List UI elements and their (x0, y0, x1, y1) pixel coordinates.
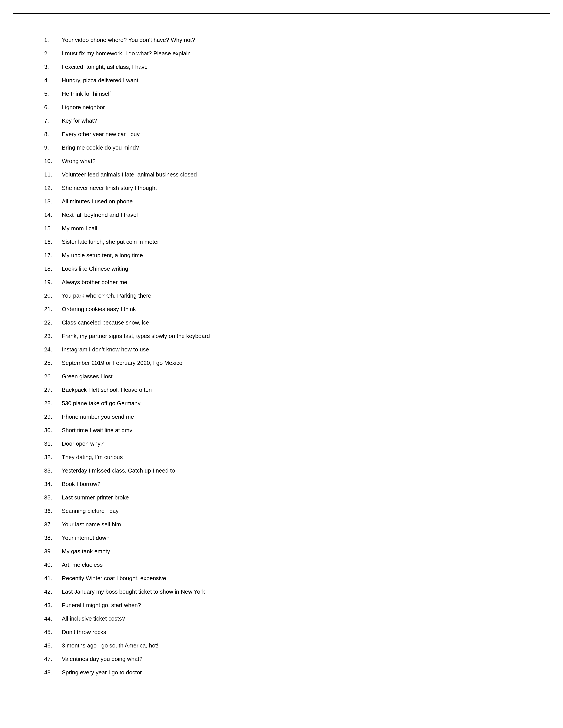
item-text: Bring me cookie do you mind? (62, 143, 537, 152)
item-text: Green glasses I lost (62, 372, 537, 381)
item-number: 16. (44, 238, 62, 246)
item-text: I excited, tonight, asl class, I have (62, 63, 537, 71)
numbered-list: 1.Your video phone where? You don’t have… (44, 36, 537, 677)
item-text: Volunteer feed animals I late, animal bu… (62, 170, 537, 179)
list-item: 3.I excited, tonight, asl class, I have (44, 63, 537, 71)
item-text: My mom I call (62, 224, 537, 233)
item-number: 10. (44, 157, 62, 165)
item-text: Valentines day you doing what? (62, 655, 537, 663)
item-text: Funeral I might go, start when? (62, 601, 537, 610)
item-number: 28. (44, 399, 62, 408)
list-item: 13.All minutes I used on phone (44, 197, 537, 206)
item-text: You park where? Oh. Parking there (62, 291, 537, 300)
list-item: 4.Hungry, pizza delivered I want (44, 76, 537, 85)
list-item: 15.My mom I call (44, 224, 537, 233)
item-number: 1. (44, 36, 62, 44)
item-text: Looks like Chinese writing (62, 265, 537, 273)
item-text: Next fall boyfriend and I travel (62, 211, 537, 219)
list-item: 40.Art, me clueless (44, 561, 537, 569)
list-item: 32.They dating, I’m curious (44, 453, 537, 462)
item-number: 19. (44, 278, 62, 287)
item-number: 35. (44, 493, 62, 502)
item-number: 32. (44, 453, 62, 462)
item-text: Spring every year I go to doctor (62, 668, 537, 677)
item-number: 13. (44, 197, 62, 206)
item-number: 7. (44, 116, 62, 125)
item-text: Class canceled because snow, ice (62, 318, 537, 327)
list-item: 33.Yesterday I missed class. Catch up I … (44, 466, 537, 475)
list-item: 18.Looks like Chinese writing (44, 265, 537, 273)
list-item: 14.Next fall boyfriend and I travel (44, 211, 537, 219)
list-item: 25.September 2019 or February 2020, I go… (44, 359, 537, 367)
list-item: 41.Recently Winter coat I bought, expens… (44, 574, 537, 583)
item-number: 5. (44, 90, 62, 98)
item-text: My gas tank empty (62, 547, 537, 556)
item-text: All minutes I used on phone (62, 197, 537, 206)
item-number: 47. (44, 655, 62, 663)
page-container: 1.Your video phone where? You don’t have… (0, 0, 563, 728)
item-text: Yesterday I missed class. Catch up I nee… (62, 466, 537, 475)
list-item: 36.Scanning picture I pay (44, 507, 537, 515)
list-item: 22.Class canceled because snow, ice (44, 318, 537, 327)
list-item: 37.Your last name sell him (44, 520, 537, 529)
list-item: 2.I must fix my homework. I do what? Ple… (44, 49, 537, 58)
item-text: I must fix my homework. I do what? Pleas… (62, 49, 537, 58)
item-number: 14. (44, 211, 62, 219)
list-item: 39.My gas tank empty (44, 547, 537, 556)
list-item: 5.He think for himself (44, 90, 537, 98)
list-item: 21.Ordering cookies easy I think (44, 305, 537, 313)
item-number: 42. (44, 587, 62, 596)
item-text: Every other year new car I buy (62, 130, 537, 139)
list-item: 7.Key for what? (44, 116, 537, 125)
item-number: 48. (44, 668, 62, 677)
item-text: September 2019 or February 2020, I go Me… (62, 359, 537, 367)
item-number: 34. (44, 480, 62, 488)
item-number: 45. (44, 628, 62, 636)
list-item: 9.Bring me cookie do you mind? (44, 143, 537, 152)
item-number: 26. (44, 372, 62, 381)
item-text: He think for himself (62, 90, 537, 98)
list-item: 1.Your video phone where? You don’t have… (44, 36, 537, 44)
item-number: 30. (44, 426, 62, 435)
item-number: 24. (44, 345, 62, 354)
item-number: 20. (44, 291, 62, 300)
list-item: 10.Wrong what? (44, 157, 537, 165)
item-number: 9. (44, 143, 62, 152)
item-text: Last January my boss bought ticket to sh… (62, 587, 537, 596)
item-number: 40. (44, 561, 62, 569)
item-text: Your last name sell him (62, 520, 537, 529)
item-text: My uncle setup tent, a long time (62, 251, 537, 260)
item-number: 41. (44, 574, 62, 583)
item-number: 17. (44, 251, 62, 260)
top-divider (13, 13, 550, 14)
list-item: 46.3 months ago I go south America, hot! (44, 641, 537, 650)
list-item: 6.I ignore neighbor (44, 103, 537, 112)
list-item: 47.Valentines day you doing what? (44, 655, 537, 663)
item-number: 2. (44, 49, 62, 58)
list-item: 16.Sister late lunch, she put coin in me… (44, 238, 537, 246)
list-item: 23.Frank, my partner signs fast, types s… (44, 332, 537, 340)
list-item: 19.Always brother bother me (44, 278, 537, 287)
item-text: Key for what? (62, 116, 537, 125)
item-text: Last summer printer broke (62, 493, 537, 502)
list-item: 28.530 plane take off go Germany (44, 399, 537, 408)
item-text: Door open why? (62, 439, 537, 448)
item-number: 4. (44, 76, 62, 85)
item-number: 29. (44, 413, 62, 421)
item-text: Your internet down (62, 534, 537, 542)
list-item: 11.Volunteer feed animals I late, animal… (44, 170, 537, 179)
list-item: 8.Every other year new car I buy (44, 130, 537, 139)
list-item: 31.Door open why? (44, 439, 537, 448)
item-text: Recently Winter coat I bought, expensive (62, 574, 537, 583)
item-number: 3. (44, 63, 62, 71)
list-item: 44.All inclusive ticket costs? (44, 614, 537, 623)
item-text: Phone number you send me (62, 413, 537, 421)
list-item: 43.Funeral I might go, start when? (44, 601, 537, 610)
list-item: 48.Spring every year I go to doctor (44, 668, 537, 677)
item-text: 3 months ago I go south America, hot! (62, 641, 537, 650)
list-item: 27.Backpack I left school. I leave often (44, 386, 537, 394)
item-text: She never never finish story I thought (62, 184, 537, 192)
item-text: Ordering cookies easy I think (62, 305, 537, 313)
list-item: 30.Short time I wait line at dmv (44, 426, 537, 435)
item-text: Always brother bother me (62, 278, 537, 287)
